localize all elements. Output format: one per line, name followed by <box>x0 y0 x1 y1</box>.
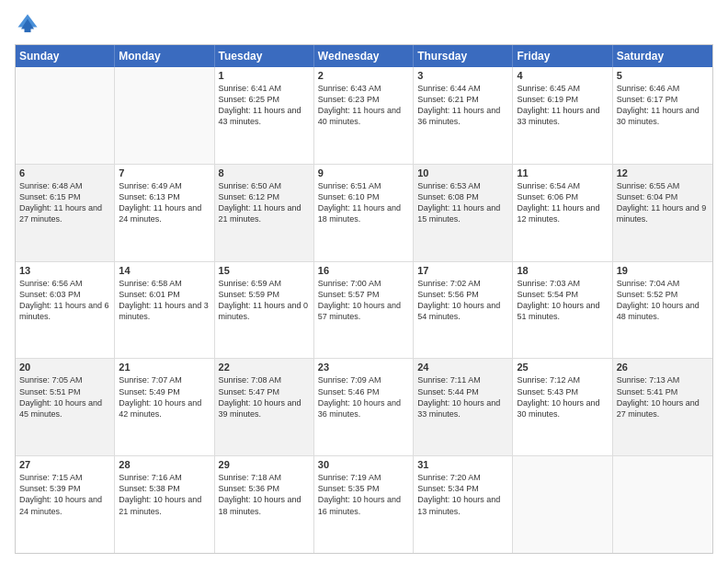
cal-cell: 3Sunrise: 6:44 AM Sunset: 6:21 PM Daylig… <box>414 67 513 164</box>
header-day-monday: Monday <box>115 45 214 67</box>
cal-cell: 5Sunrise: 6:46 AM Sunset: 6:17 PM Daylig… <box>613 67 712 164</box>
day-number: 20 <box>19 362 110 373</box>
cal-cell: 16Sunrise: 7:00 AM Sunset: 5:57 PM Dayli… <box>314 262 414 359</box>
calendar-row-0: 1Sunrise: 6:41 AM Sunset: 6:25 PM Daylig… <box>16 67 712 165</box>
calendar: SundayMondayTuesdayWednesdayThursdayFrid… <box>15 44 713 554</box>
cell-info: Sunrise: 7:19 AM Sunset: 5:35 PM Dayligh… <box>318 472 409 517</box>
cal-cell: 13Sunrise: 6:56 AM Sunset: 6:03 PM Dayli… <box>16 262 115 359</box>
cal-cell: 28Sunrise: 7:16 AM Sunset: 5:38 PM Dayli… <box>115 456 214 553</box>
cal-cell: 25Sunrise: 7:12 AM Sunset: 5:43 PM Dayli… <box>513 359 612 455</box>
cell-info: Sunrise: 7:18 AM Sunset: 5:36 PM Dayligh… <box>219 472 310 517</box>
cell-info: Sunrise: 7:20 AM Sunset: 5:34 PM Dayligh… <box>417 472 508 517</box>
cell-info: Sunrise: 7:02 AM Sunset: 5:56 PM Dayligh… <box>417 278 508 323</box>
day-number: 25 <box>517 362 608 373</box>
cal-cell <box>513 456 612 553</box>
cell-info: Sunrise: 6:56 AM Sunset: 6:03 PM Dayligh… <box>19 278 110 323</box>
cal-cell: 4Sunrise: 6:45 AM Sunset: 6:19 PM Daylig… <box>513 67 612 164</box>
header-day-thursday: Thursday <box>414 45 513 67</box>
cell-info: Sunrise: 7:07 AM Sunset: 5:49 PM Dayligh… <box>119 374 210 419</box>
day-number: 5 <box>617 70 709 81</box>
day-number: 23 <box>318 362 409 373</box>
day-number: 29 <box>219 459 310 470</box>
day-number: 26 <box>617 362 709 373</box>
cell-info: Sunrise: 7:15 AM Sunset: 5:39 PM Dayligh… <box>19 472 110 517</box>
day-number: 17 <box>417 265 508 276</box>
day-number: 19 <box>617 265 709 276</box>
day-number: 11 <box>517 167 608 178</box>
cal-cell: 8Sunrise: 6:50 AM Sunset: 6:12 PM Daylig… <box>215 165 314 261</box>
cell-info: Sunrise: 6:58 AM Sunset: 6:01 PM Dayligh… <box>119 278 210 323</box>
cal-cell: 6Sunrise: 6:48 AM Sunset: 6:15 PM Daylig… <box>16 165 115 261</box>
calendar-row-1: 6Sunrise: 6:48 AM Sunset: 6:15 PM Daylig… <box>16 165 712 262</box>
day-number: 18 <box>517 265 608 276</box>
cal-cell: 31Sunrise: 7:20 AM Sunset: 5:34 PM Dayli… <box>414 456 513 553</box>
cell-info: Sunrise: 7:04 AM Sunset: 5:52 PM Dayligh… <box>617 278 709 323</box>
cal-cell: 26Sunrise: 7:13 AM Sunset: 5:41 PM Dayli… <box>613 359 712 455</box>
cell-info: Sunrise: 6:49 AM Sunset: 6:13 PM Dayligh… <box>119 180 210 225</box>
cell-info: Sunrise: 6:48 AM Sunset: 6:15 PM Dayligh… <box>19 180 110 225</box>
cal-cell: 7Sunrise: 6:49 AM Sunset: 6:13 PM Daylig… <box>115 165 214 261</box>
cell-info: Sunrise: 6:50 AM Sunset: 6:12 PM Dayligh… <box>219 180 310 225</box>
day-number: 6 <box>19 167 110 178</box>
cal-cell: 20Sunrise: 7:05 AM Sunset: 5:51 PM Dayli… <box>16 359 115 455</box>
header-day-friday: Friday <box>513 45 612 67</box>
cal-cell: 1Sunrise: 6:41 AM Sunset: 6:25 PM Daylig… <box>215 67 314 164</box>
cal-cell: 22Sunrise: 7:08 AM Sunset: 5:47 PM Dayli… <box>215 359 314 455</box>
day-number: 22 <box>219 362 310 373</box>
cal-cell <box>16 67 115 164</box>
cell-info: Sunrise: 7:05 AM Sunset: 5:51 PM Dayligh… <box>19 374 110 419</box>
cal-cell: 24Sunrise: 7:11 AM Sunset: 5:44 PM Dayli… <box>414 359 513 455</box>
cal-cell: 29Sunrise: 7:18 AM Sunset: 5:36 PM Dayli… <box>215 456 314 553</box>
cal-cell: 14Sunrise: 6:58 AM Sunset: 6:01 PM Dayli… <box>115 262 214 359</box>
svg-rect-2 <box>25 28 31 33</box>
cell-info: Sunrise: 6:53 AM Sunset: 6:08 PM Dayligh… <box>417 180 508 225</box>
cal-cell <box>115 67 214 164</box>
cell-info: Sunrise: 6:55 AM Sunset: 6:04 PM Dayligh… <box>617 180 709 225</box>
cal-cell <box>613 456 712 553</box>
cal-cell: 2Sunrise: 6:43 AM Sunset: 6:23 PM Daylig… <box>314 67 414 164</box>
cell-info: Sunrise: 6:44 AM Sunset: 6:21 PM Dayligh… <box>417 83 508 128</box>
cell-info: Sunrise: 6:45 AM Sunset: 6:19 PM Dayligh… <box>517 83 608 128</box>
cell-info: Sunrise: 7:00 AM Sunset: 5:57 PM Dayligh… <box>318 278 409 323</box>
day-number: 2 <box>318 70 409 81</box>
cell-info: Sunrise: 7:09 AM Sunset: 5:46 PM Dayligh… <box>318 374 409 419</box>
logo <box>15 11 44 37</box>
calendar-row-3: 20Sunrise: 7:05 AM Sunset: 5:51 PM Dayli… <box>16 359 712 456</box>
cal-cell: 23Sunrise: 7:09 AM Sunset: 5:46 PM Dayli… <box>314 359 414 455</box>
calendar-body: 1Sunrise: 6:41 AM Sunset: 6:25 PM Daylig… <box>16 67 712 553</box>
cal-cell: 15Sunrise: 6:59 AM Sunset: 5:59 PM Dayli… <box>215 262 314 359</box>
day-number: 30 <box>318 459 409 470</box>
cell-info: Sunrise: 6:41 AM Sunset: 6:25 PM Dayligh… <box>219 83 310 128</box>
day-number: 13 <box>19 265 110 276</box>
cal-cell: 19Sunrise: 7:04 AM Sunset: 5:52 PM Dayli… <box>613 262 712 359</box>
day-number: 16 <box>318 265 409 276</box>
cal-cell: 10Sunrise: 6:53 AM Sunset: 6:08 PM Dayli… <box>414 165 513 261</box>
day-number: 27 <box>19 459 110 470</box>
cell-info: Sunrise: 6:46 AM Sunset: 6:17 PM Dayligh… <box>617 83 709 128</box>
header-day-tuesday: Tuesday <box>215 45 314 67</box>
day-number: 1 <box>219 70 310 81</box>
cell-info: Sunrise: 6:59 AM Sunset: 5:59 PM Dayligh… <box>219 278 310 323</box>
day-number: 7 <box>119 167 210 178</box>
cell-info: Sunrise: 6:54 AM Sunset: 6:06 PM Dayligh… <box>517 180 608 225</box>
day-number: 24 <box>417 362 508 373</box>
header-day-saturday: Saturday <box>613 45 712 67</box>
header-day-wednesday: Wednesday <box>314 45 414 67</box>
cell-info: Sunrise: 7:16 AM Sunset: 5:38 PM Dayligh… <box>119 472 210 517</box>
logo-icon <box>15 11 40 37</box>
page: SundayMondayTuesdayWednesdayThursdayFrid… <box>0 0 728 563</box>
cal-cell: 27Sunrise: 7:15 AM Sunset: 5:39 PM Dayli… <box>16 456 115 553</box>
cal-cell: 9Sunrise: 6:51 AM Sunset: 6:10 PM Daylig… <box>314 165 414 261</box>
cal-cell: 21Sunrise: 7:07 AM Sunset: 5:49 PM Dayli… <box>115 359 214 455</box>
calendar-row-4: 27Sunrise: 7:15 AM Sunset: 5:39 PM Dayli… <box>16 456 712 553</box>
cell-info: Sunrise: 7:08 AM Sunset: 5:47 PM Dayligh… <box>219 374 310 419</box>
day-number: 21 <box>119 362 210 373</box>
header <box>15 11 713 37</box>
cell-info: Sunrise: 7:12 AM Sunset: 5:43 PM Dayligh… <box>517 374 608 419</box>
cell-info: Sunrise: 6:51 AM Sunset: 6:10 PM Dayligh… <box>318 180 409 225</box>
day-number: 31 <box>417 459 508 470</box>
day-number: 8 <box>219 167 310 178</box>
calendar-header: SundayMondayTuesdayWednesdayThursdayFrid… <box>16 45 712 67</box>
cell-info: Sunrise: 6:43 AM Sunset: 6:23 PM Dayligh… <box>318 83 409 128</box>
day-number: 9 <box>318 167 409 178</box>
